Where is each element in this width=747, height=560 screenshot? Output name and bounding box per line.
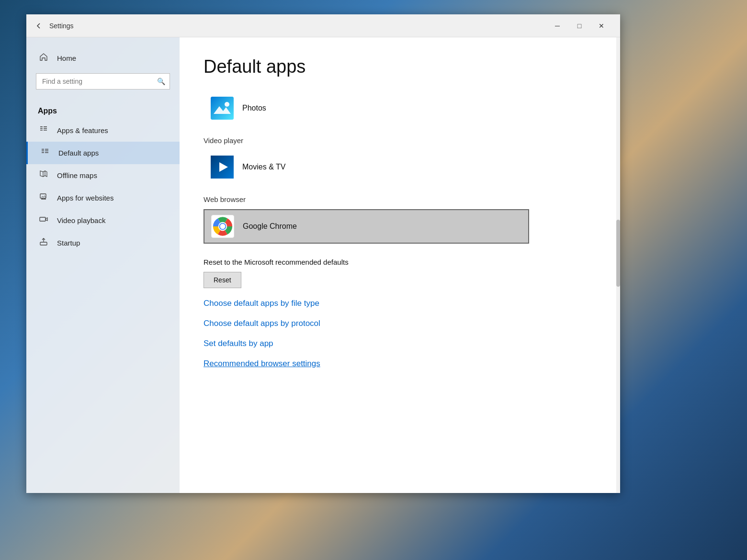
sidebar-item-video-playback[interactable]: Video playback (26, 209, 180, 232)
home-label: Home (57, 54, 76, 62)
scrollbar-thumb[interactable] (616, 220, 620, 287)
apps-websites-icon (38, 192, 49, 203)
browser-settings-link[interactable]: Recommended browser settings (204, 359, 596, 369)
video-playback-label: Video playback (57, 216, 105, 224)
svg-rect-16 (40, 217, 45, 221)
search-input[interactable] (36, 73, 170, 90)
main-content: Default apps (180, 37, 620, 493)
svg-rect-17 (40, 242, 47, 245)
file-type-link[interactable]: Choose default apps by file type (204, 299, 596, 308)
chrome-icon (211, 215, 234, 238)
close-button[interactable]: ✕ (590, 14, 612, 37)
movies-tv-app-name: Movies & TV (242, 163, 285, 171)
titlebar-title: Settings (49, 22, 74, 30)
window-controls: ─ □ ✕ (546, 14, 612, 37)
back-button[interactable] (34, 21, 44, 31)
startup-label: Startup (57, 239, 80, 247)
svg-rect-1 (40, 128, 43, 129)
sidebar-item-offline-maps[interactable]: Offline maps (26, 164, 180, 187)
sidebar-section-label: Apps (26, 99, 180, 119)
sidebar: Home 🔍 Apps Apps & (26, 37, 180, 493)
photos-icon (211, 97, 234, 120)
video-player-label: Video player (204, 136, 596, 145)
sidebar-item-home[interactable]: Home (26, 47, 180, 69)
svg-rect-10 (45, 151, 48, 152)
video-player-item[interactable]: Movies & TV (204, 150, 529, 184)
restore-button[interactable]: □ (568, 14, 590, 37)
movies-tv-icon (211, 156, 234, 179)
svg-point-26 (220, 224, 226, 229)
page-title: Default apps (204, 56, 596, 77)
svg-rect-4 (44, 128, 47, 129)
svg-rect-0 (40, 126, 43, 127)
search-icon: 🔍 (157, 78, 165, 85)
sidebar-item-startup[interactable]: Startup (26, 232, 180, 254)
video-playback-icon (38, 215, 49, 226)
svg-rect-18 (211, 97, 234, 120)
photos-app-name: Photos (242, 104, 266, 112)
reset-label: Reset to the Microsoft recommended defau… (204, 258, 596, 266)
svg-rect-7 (42, 151, 44, 152)
sidebar-item-default-apps[interactable]: Default apps (26, 142, 180, 164)
svg-rect-5 (44, 130, 47, 131)
svg-point-20 (225, 102, 229, 107)
svg-rect-9 (45, 149, 48, 150)
svg-marker-12 (40, 171, 47, 177)
settings-window: Settings ─ □ ✕ Home 🔍 Apps (26, 14, 620, 493)
reset-button[interactable]: Reset (204, 272, 241, 288)
sidebar-item-apps-features[interactable]: Apps & features (26, 119, 180, 142)
home-icon (38, 53, 49, 64)
web-browser-label: Web browser (204, 195, 596, 203)
protocol-link[interactable]: Choose default apps by protocol (204, 319, 596, 328)
offline-maps-icon (38, 170, 49, 181)
startup-icon (38, 237, 49, 248)
chrome-app-name: Google Chrome (243, 222, 297, 231)
content-area: Home 🔍 Apps Apps & (26, 37, 620, 493)
web-browser-item[interactable]: Google Chrome (204, 209, 529, 244)
svg-rect-11 (45, 152, 48, 153)
apps-websites-label: Apps for websites (57, 194, 113, 202)
photo-viewer-item[interactable]: Photos (204, 91, 529, 125)
svg-rect-2 (40, 130, 43, 131)
sidebar-item-apps-websites[interactable]: Apps for websites (26, 187, 180, 209)
offline-maps-label: Offline maps (57, 171, 97, 179)
search-container: 🔍 (36, 73, 170, 90)
default-apps-label: Default apps (58, 149, 99, 157)
svg-rect-6 (42, 149, 44, 150)
svg-rect-8 (42, 152, 44, 153)
titlebar: Settings ─ □ ✕ (26, 14, 620, 37)
reset-section: Reset to the Microsoft recommended defau… (204, 258, 596, 288)
apps-features-icon (38, 125, 49, 136)
svg-rect-15 (40, 194, 46, 198)
minimize-button[interactable]: ─ (546, 14, 568, 37)
scrollbar-track (616, 37, 620, 493)
svg-rect-3 (44, 126, 47, 127)
default-apps-icon (39, 147, 51, 158)
set-defaults-link[interactable]: Set defaults by app (204, 339, 596, 348)
apps-features-label: Apps & features (57, 126, 108, 134)
